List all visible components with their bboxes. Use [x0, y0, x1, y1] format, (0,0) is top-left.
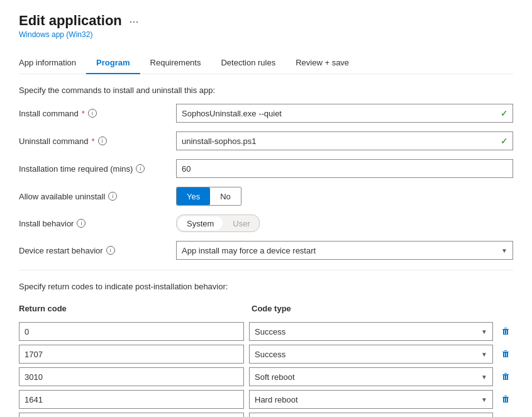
allow-uninstall-info-icon[interactable]: i [108, 192, 117, 201]
code-type-value: Soft reboot [255, 372, 295, 382]
chevron-down-icon: ▼ [481, 351, 487, 358]
table-row: Soft reboot ▼ [19, 367, 513, 386]
uninstall-command-input-wrapper: ✓ [176, 131, 513, 150]
return-code-input[interactable] [19, 390, 244, 409]
uninstall-command-input[interactable] [176, 131, 513, 150]
tab-bar: App information Program Requirements Det… [19, 52, 513, 74]
return-codes-header: Return code Code type [19, 300, 513, 317]
code-type-dropdown[interactable]: Success ▼ [249, 322, 493, 341]
delete-row-button[interactable] [498, 392, 513, 407]
install-command-check-icon: ✓ [501, 108, 508, 118]
install-command-input[interactable] [176, 104, 513, 123]
col-code-header: Return code [19, 304, 252, 313]
table-row: Success ▼ [19, 322, 513, 341]
return-code-input[interactable] [19, 345, 244, 364]
tab-review-save[interactable]: Review + save [285, 52, 359, 74]
tab-program[interactable]: Program [86, 52, 140, 74]
install-behavior-system-button[interactable]: System [178, 216, 223, 230]
install-behavior-toggle: System User [176, 214, 260, 232]
table-row: Success ▼ [19, 345, 513, 364]
code-type-value: Success [255, 350, 285, 359]
chevron-down-icon: ▼ [481, 396, 487, 403]
code-type-dropdown[interactable]: Hard reboot ▼ [249, 390, 493, 409]
tab-detection-rules[interactable]: Detection rules [211, 52, 285, 74]
install-command-row: Install command * i ✓ [19, 104, 513, 123]
install-behavior-info-icon[interactable]: i [77, 219, 86, 228]
table-row: Hard reboot ▼ [19, 390, 513, 409]
chevron-down-icon: ▼ [501, 247, 507, 254]
install-command-info-icon[interactable]: i [88, 109, 97, 118]
chevron-down-icon: ▼ [481, 328, 487, 335]
delete-row-button[interactable] [498, 324, 513, 339]
return-code-input[interactable] [19, 413, 244, 417]
page-title: Edit application [19, 13, 122, 29]
table-row: Retry ▼ [19, 413, 513, 417]
install-time-info-icon[interactable]: i [136, 164, 145, 173]
code-type-dropdown[interactable]: Soft reboot ▼ [249, 367, 493, 386]
device-restart-dropdown[interactable]: App install may force a device restart ▼ [176, 241, 513, 260]
device-restart-label: Device restart behavior i [19, 246, 176, 255]
code-type-value: Hard reboot [255, 395, 298, 404]
allow-uninstall-row: Allow available uninstall i Yes No [19, 187, 513, 206]
return-code-input[interactable] [19, 367, 244, 386]
return-codes-desc: Specify return codes to indicate post-in… [19, 282, 513, 291]
code-type-dropdown[interactable]: Retry ▼ [249, 413, 493, 417]
page-subtitle[interactable]: Windows app (Win32) [19, 30, 513, 39]
section-divider [19, 270, 513, 270]
install-time-label: Installation time required (mins) i [19, 164, 176, 174]
install-behavior-row: Install behavior i System User [19, 214, 513, 232]
more-options-button[interactable]: ··· [129, 15, 138, 28]
device-restart-value: App install may force a device restart [182, 246, 316, 255]
uninstall-command-info-icon[interactable]: i [98, 136, 107, 145]
col-type-header: Code type [252, 304, 513, 313]
uninstall-command-check-icon: ✓ [501, 136, 508, 146]
tab-requirements[interactable]: Requirements [140, 52, 211, 74]
uninstall-command-row: Uninstall command * i ✓ [19, 131, 513, 150]
return-codes-section: Specify return codes to indicate post-in… [19, 282, 513, 417]
code-type-value: Success [255, 327, 285, 336]
device-restart-row: Device restart behavior i App install ma… [19, 241, 513, 260]
allow-uninstall-toggle: Yes No [176, 187, 241, 206]
code-type-dropdown[interactable]: Success ▼ [249, 345, 493, 364]
section-description: Specify the commands to install and unin… [19, 86, 513, 95]
return-code-input[interactable] [19, 322, 244, 341]
delete-row-button[interactable] [498, 347, 513, 362]
required-marker-2: * [92, 136, 95, 146]
install-command-label: Install command * i [19, 109, 176, 118]
install-command-input-wrapper: ✓ [176, 104, 513, 123]
uninstall-command-label: Uninstall command * i [19, 136, 176, 146]
return-code-list: Success ▼ Success ▼ Soft reboo [19, 322, 513, 417]
install-time-input[interactable] [176, 159, 513, 178]
required-marker: * [82, 109, 85, 118]
allow-uninstall-no-button[interactable]: No [210, 187, 241, 205]
allow-uninstall-label: Allow available uninstall i [19, 192, 176, 201]
install-behavior-label: Install behavior i [19, 219, 176, 228]
tab-app-information[interactable]: App information [19, 52, 86, 74]
delete-row-button[interactable] [498, 414, 513, 417]
delete-row-button[interactable] [498, 369, 513, 384]
allow-uninstall-yes-button[interactable]: Yes [177, 187, 210, 205]
device-restart-info-icon[interactable]: i [106, 246, 115, 255]
install-behavior-user-button[interactable]: User [224, 215, 258, 231]
chevron-down-icon: ▼ [481, 374, 487, 381]
install-time-row: Installation time required (mins) i [19, 159, 513, 178]
